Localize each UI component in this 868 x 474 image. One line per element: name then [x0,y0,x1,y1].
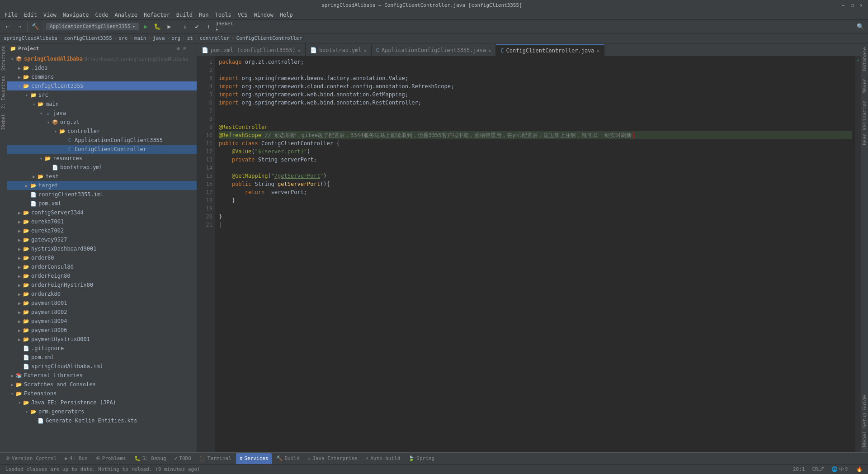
minimize-button[interactable]: — [840,2,846,8]
menu-vcs[interactable]: VCS [235,11,250,19]
tab-jrebel-setup[interactable]: JRebel Setup Guide [860,391,868,452]
tab-pom-xml[interactable]: 📄 pom.xml (configClient3355) ✕ [197,44,306,56]
menu-refactor[interactable]: Refactor [141,11,173,19]
tab-jrebel[interactable]: JRebel [0,111,7,133]
menu-view[interactable]: View [41,11,59,19]
tree-item-hystrixDashboard9001[interactable]: ▶ 📂 hystrixDashboard9001 [7,244,197,253]
menu-tools[interactable]: Tools [212,11,234,19]
tree-item-jpa[interactable]: ▾ 📂 Java EE: Persistence (JPA) [7,398,197,407]
breadcrumb-org[interactable]: org [171,35,180,41]
project-layout-button[interactable]: ⊟ [183,46,188,52]
run-button[interactable]: ▶ [141,22,151,32]
menu-analyze[interactable]: Analyze [112,11,140,19]
bottom-tab-run[interactable]: ▶ 4: Run [61,453,91,464]
jrebel-label[interactable]: JRebel ▾ [219,22,229,32]
tree-item-main[interactable]: ▾ 📂 main [7,100,197,109]
search-everywhere-button[interactable]: 🔍 [855,22,865,32]
tree-item-test[interactable]: ▶ 📂 test [7,172,197,181]
menu-run[interactable]: Run [196,11,212,19]
bottom-tab-services[interactable]: ⚙ Services [236,453,272,464]
tree-item-src[interactable]: ▾ 📁 src [7,90,197,100]
code-content[interactable]: package org.zt.controller; import org.sp… [215,56,855,452]
tree-item-paymentHystrix8001[interactable]: ▶ 📂 paymentHystrix8001 [7,335,197,344]
tree-item-configClient3355-iml[interactable]: ▶ 📄 configClient3355.iml [7,190,197,199]
project-collapse-button[interactable]: — [189,46,194,52]
menu-code[interactable]: Code [93,11,111,19]
tree-item-resources[interactable]: ▾ 📂 resources [7,154,197,163]
tree-item-payment8006[interactable]: ▶ 📂 payment8006 [7,326,197,335]
tab-maven[interactable]: Maven [860,75,868,97]
tree-item-configServer3344[interactable]: ▶ 📂 configServer3344 [7,208,197,217]
tree-item-configClient3355[interactable]: ▾ 📂 configClient3355 [7,81,197,90]
tree-item-ApplicationConfigClient3355[interactable]: ▶ C ApplicationConfigClient3355 [7,136,197,145]
menu-edit[interactable]: Edit [21,11,40,19]
tree-item-sca-iml[interactable]: ▶ 📄 springCloudAlibaba.iml [7,362,197,371]
tab-app-config[interactable]: C ApplicationConfigClient3355.java ✕ [372,44,496,56]
breadcrumb-project[interactable]: springCloudAlibaba [4,35,57,41]
bottom-tab-java-enterprise[interactable]: ☕ Java Enterprise [304,453,361,464]
breadcrumb-java[interactable]: java [153,35,165,41]
status-position[interactable]: 20:1 [791,465,807,474]
tree-item-pom-client[interactable]: ▶ 📄 pom.xml [7,199,197,208]
forward-button[interactable]: → [14,22,24,32]
breadcrumb-main[interactable]: main [134,35,146,41]
status-charset[interactable]: 🌐 中文 [830,465,851,474]
tree-item-eureka7001[interactable]: ▶ 📂 eureka7001 [7,217,197,226]
bottom-tab-problems[interactable]: ⑥ Problems [92,453,130,464]
tab-bean-validation[interactable]: Bean Validation [860,97,868,149]
tree-item-idea[interactable]: ▶ 📂 .idea [7,63,197,72]
tab-app-config-close[interactable]: ✕ [488,48,491,53]
back-button[interactable]: ← [3,22,13,32]
tab-favorites[interactable]: 2: Favorites [0,73,7,111]
menu-window[interactable]: Window [251,11,276,19]
build-project-button[interactable]: 🔨 [30,22,40,32]
coverage-button[interactable]: ▶ [164,22,174,32]
tab-structure[interactable]: Structure [0,43,7,73]
tab-bootstrap-yml[interactable]: 📄 bootstrap.yml ✕ [306,44,372,56]
menu-navigate[interactable]: Navigate [60,11,92,19]
tree-item-bootstrap-yml[interactable]: ▶ 📄 bootstrap.yml [7,163,197,172]
tree-item-pom-root[interactable]: ▶ 📄 pom.xml [7,353,197,362]
tree-item-scratches[interactable]: ▶ 📂 Scratches and Consoles [7,380,197,389]
maximize-button[interactable]: ❐ [849,2,855,8]
tree-item-orderFeignHystrix80[interactable]: ▶ 📂 orderFeignHystrix80 [7,280,197,289]
breadcrumb-controller[interactable]: controller [200,35,230,41]
tree-item-orderConsul80[interactable]: ▶ 📂 orderConsul80 [7,262,197,271]
menu-help[interactable]: Help [277,11,296,19]
tree-item-order80[interactable]: ▶ 📂 order80 [7,253,197,262]
bottom-tab-vcs[interactable]: ⑨ Version Control [2,453,60,464]
close-button[interactable]: ✕ [858,2,864,8]
tree-item-commons[interactable]: ▶ 📂 commons [7,72,197,81]
tree-item-controller[interactable]: ▾ 📂 controller [7,127,197,136]
bottom-tab-spring[interactable]: 🍃 Spring [405,453,438,464]
status-line-ending[interactable]: CRLF [811,465,826,474]
tree-item-ConfigClientController[interactable]: ▶ C ConfigClientController [7,145,197,154]
bottom-tab-build[interactable]: 🔨 Build [273,453,303,464]
debug-button[interactable]: 🐛 [152,22,162,32]
vcs-push-button[interactable]: ↑ [203,22,213,32]
tree-item-orderFeign80[interactable]: ▶ 📂 orderFeign80 [7,271,197,280]
tree-item-springCloudAlibaba[interactable]: ▾ 📦 springCloudAlibaba D:\workspace\spri… [7,54,197,63]
tree-item-kotlin-entities[interactable]: ▶ 📄 Generate Kotlin Entities.kts [7,416,197,425]
tree-item-java[interactable]: ▾ ☕ java [7,109,197,118]
vcs-commit-button[interactable]: ✔ [192,22,202,32]
tab-pom-close[interactable]: ✕ [298,48,301,53]
bottom-tab-debug[interactable]: 🐛 5: Debug [131,453,170,464]
tab-database[interactable]: Database [860,43,868,75]
tree-item-orm-generators[interactable]: ▾ 📂 orm.generators [7,407,197,416]
vcs-update-button[interactable]: ↓ [180,22,190,32]
tree-item-payment8001[interactable]: ▶ 📂 payment8001 [7,299,197,308]
menu-file[interactable]: File [2,11,20,19]
bottom-tab-auto-build[interactable]: ⚡ Auto-build [362,453,404,464]
tab-config-ctrl[interactable]: C ConfigClientController.java ✕ [496,44,604,56]
tree-item-eureka7002[interactable]: ▶ 📂 eureka7002 [7,226,197,235]
tree-item-target[interactable]: ▶ 📂 target [7,181,197,190]
tree-item-payment8002[interactable]: ▶ 📂 payment8002 [7,308,197,317]
breadcrumb-module[interactable]: configClient3355 [64,35,112,41]
breadcrumb-class[interactable]: ConfigClientController [236,35,302,41]
menu-build[interactable]: Build [174,11,195,19]
tree-item-gateway9527[interactable]: ▶ 📂 gateway9527 [7,235,197,244]
tree-item-orderZk80[interactable]: ▶ 📂 orderZk80 [7,289,197,299]
project-settings-button[interactable]: ⚙ [176,46,181,52]
tab-config-ctrl-close[interactable]: ✕ [597,48,599,53]
